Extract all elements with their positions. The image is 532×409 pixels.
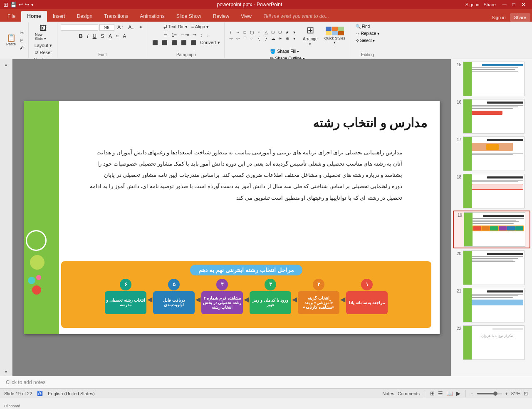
select-button[interactable]: ⊹ Select ▾ xyxy=(354,37,382,44)
paste-button[interactable]: 📋 Paste xyxy=(4,33,18,47)
shape-more[interactable]: ▾ xyxy=(292,30,297,35)
numbering-button[interactable]: 1≡ xyxy=(170,32,178,38)
quick-undo[interactable]: ↩ xyxy=(19,2,23,7)
quick-save[interactable]: 💾 xyxy=(10,2,17,7)
minimize-button[interactable]: ─ xyxy=(500,1,509,8)
scroll-up-button[interactable]: ▲ xyxy=(4,62,8,67)
outline-view-button[interactable]: ☰ xyxy=(438,390,443,397)
decrease-indent-button[interactable]: ←⇥ xyxy=(179,31,191,38)
shape-5[interactable]: ⌣ xyxy=(249,36,255,42)
tab-tellme[interactable]: Tell me what you want to do... xyxy=(257,11,335,22)
shape-10[interactable]: ⊕ xyxy=(285,36,290,42)
align-right-button[interactable]: ⬛ xyxy=(170,39,179,46)
font-size-input[interactable] xyxy=(99,24,114,31)
shape-fill-button[interactable]: 🪣 Shape Fill ▾ xyxy=(269,48,306,55)
shape-arrow[interactable]: → xyxy=(235,30,241,35)
shape-star[interactable]: ★ xyxy=(285,30,290,35)
format-painter-button[interactable]: 🖌 xyxy=(18,44,26,51)
tab-design[interactable]: Design xyxy=(71,11,98,22)
reset-button[interactable]: ↺ Reset xyxy=(33,49,53,56)
normal-view-button[interactable]: ⊞ xyxy=(430,390,435,397)
copy-button[interactable]: ⎘ xyxy=(18,37,26,44)
align-left-button[interactable]: ⬛ xyxy=(151,39,160,46)
shape-line[interactable]: / xyxy=(228,30,234,35)
zoom-slider[interactable] xyxy=(477,393,502,394)
share-button[interactable]: Share xyxy=(483,2,495,7)
align-text-button[interactable]: ≡ Align ▾ xyxy=(190,23,210,30)
thumbnail-17[interactable]: 17 xyxy=(453,136,530,172)
shape-3[interactable]: ⇦ xyxy=(235,36,241,42)
tab-file[interactable]: File xyxy=(2,11,21,22)
shape-outline-button[interactable]: ✏ Shape Outline ▾ xyxy=(269,55,306,59)
strikethrough-button[interactable]: S xyxy=(99,32,106,40)
thumbnail-18[interactable]: 18 xyxy=(453,173,530,209)
thumbnail-16[interactable]: 16 xyxy=(453,98,530,134)
increase-indent-button[interactable]: ⇥ xyxy=(191,31,198,38)
shape-oval[interactable]: ○ xyxy=(256,30,262,35)
spacing-button[interactable]: ≈ xyxy=(114,32,121,40)
accessibility-icon[interactable]: ♿ xyxy=(37,391,43,396)
signin-button[interactable]: Sign in xyxy=(465,2,480,7)
shape-rounded[interactable]: ▢ xyxy=(249,30,255,35)
align-center-button[interactable]: ⬛ xyxy=(160,39,169,46)
shadow-button[interactable]: A̲ xyxy=(107,32,114,40)
smartart-button[interactable]: Convert ▾ xyxy=(198,39,222,46)
justify-button[interactable]: ⬛ xyxy=(179,39,188,46)
thumbnail-22[interactable]: 22 شکر از نوع شما عزیزان xyxy=(453,325,530,361)
signin-link[interactable]: Sign in xyxy=(487,13,510,22)
clear-format-button[interactable]: ✦ xyxy=(137,24,144,31)
notes-button[interactable]: Notes xyxy=(382,391,394,396)
bold-button[interactable]: B xyxy=(77,32,84,40)
cut-button[interactable]: ✂ xyxy=(18,30,26,37)
increase-font-button[interactable]: A↑ xyxy=(116,23,125,31)
share-link[interactable]: Share xyxy=(510,13,530,22)
comments-button[interactable]: Comments xyxy=(398,391,420,396)
thumbnail-19[interactable]: 19 xyxy=(453,211,530,248)
zoom-in-button[interactable]: + xyxy=(505,391,508,396)
shape-9[interactable]: ☀ xyxy=(277,36,283,42)
section-button[interactable]: Section ▾ xyxy=(32,56,54,59)
shape-triangle[interactable]: △ xyxy=(263,30,269,35)
notes-bar[interactable]: Click to add notes xyxy=(0,376,532,388)
columns-button[interactable]: ⫶ xyxy=(204,32,210,38)
zoom-level[interactable]: 81% xyxy=(511,391,520,396)
shape-2[interactable]: ⇒ xyxy=(228,36,234,42)
tab-transitions[interactable]: Transitions xyxy=(98,11,134,22)
shape-7[interactable]: } xyxy=(263,36,269,42)
thumbnail-15[interactable]: 15 xyxy=(453,61,530,97)
shape-pentagon[interactable]: ⬠ xyxy=(270,30,276,35)
replace-button[interactable]: ↔ Replace ▾ xyxy=(354,30,382,37)
thumbnail-21[interactable]: 21 xyxy=(453,287,530,323)
tab-animations[interactable]: Animations xyxy=(134,11,170,22)
scroll-down-button[interactable]: ▼ xyxy=(4,369,8,374)
tab-view[interactable]: View xyxy=(235,11,257,22)
close-button[interactable]: ✕ xyxy=(519,1,529,8)
shape-8[interactable]: ☁ xyxy=(270,36,276,42)
font-color-button[interactable]: A xyxy=(121,32,128,40)
font-name-input[interactable] xyxy=(61,24,98,31)
new-slide-button[interactable]: 🖼 New Slide ▾ xyxy=(33,23,54,42)
rtl-button[interactable]: ⬛ xyxy=(189,39,198,46)
shape-hex[interactable]: ⬡ xyxy=(277,30,283,35)
shape-expand[interactable]: ▾ xyxy=(292,36,297,42)
line-spacing-button[interactable]: ↕ xyxy=(198,32,204,38)
slideshow-view-button[interactable]: ▶ xyxy=(456,390,460,397)
thumbnail-20[interactable]: 20 xyxy=(453,250,530,286)
italic-button[interactable]: I xyxy=(85,32,90,40)
find-button[interactable]: 🔍 Find xyxy=(354,23,382,30)
fit-slide-button[interactable]: ⊡ xyxy=(524,391,528,397)
decrease-font-button[interactable]: A↓ xyxy=(126,23,136,31)
zoom-out-button[interactable]: − xyxy=(471,391,473,396)
quick-styles-button[interactable]: Quick Styles ▾ xyxy=(322,23,347,47)
underline-button[interactable]: U xyxy=(91,32,98,40)
tab-review[interactable]: Review xyxy=(207,11,235,22)
shape-4[interactable]: ⌒ xyxy=(242,36,248,42)
quick-redo[interactable]: ↪ xyxy=(25,2,29,7)
arrange-button[interactable]: ⊞ Arrange ▾ xyxy=(299,23,322,47)
tab-home[interactable]: Home xyxy=(21,11,47,22)
shape-rect[interactable]: □ xyxy=(242,30,248,35)
canvas-area[interactable]: مدارس و انتخاب رشته مدارس راهنمایی تحصیل… xyxy=(12,59,451,376)
maximize-button[interactable]: □ xyxy=(510,2,518,7)
text-direction-button[interactable]: ⇄ Text Dir ▾ xyxy=(162,23,189,30)
tab-slideshow[interactable]: Slide Show xyxy=(171,11,207,22)
